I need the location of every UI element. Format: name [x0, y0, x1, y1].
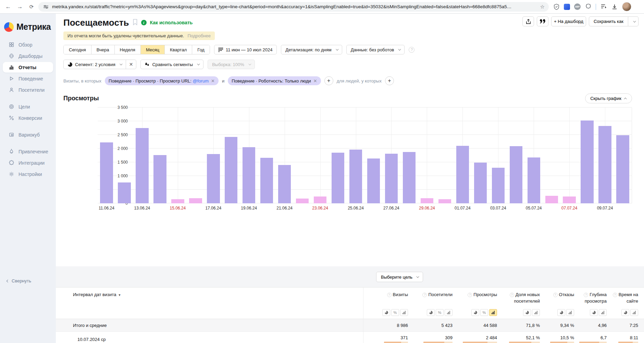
metric-header-label[interactable]: ?Посетители — [422, 292, 453, 298]
pie-toggle-icon[interactable] — [557, 309, 565, 316]
metric-header-label[interactable]: ?Визиты — [387, 292, 408, 298]
bars-toggle-icon[interactable] — [400, 309, 408, 316]
date-interval-header[interactable]: Интервал дат визита▼ — [73, 292, 121, 297]
comments-button[interactable] — [537, 16, 548, 26]
url-bar[interactable]: metrika.yandex.ru/stat/traffic?metric=ym… — [38, 2, 549, 12]
data-mode-dropdown[interactable]: Данные: без роботов — [346, 45, 405, 54]
bar-26.06.24[interactable] — [367, 158, 380, 203]
bar-24.06.24[interactable] — [332, 153, 344, 203]
bar-22.06.24[interactable] — [296, 199, 309, 203]
metric-help-icon[interactable]: ? — [387, 293, 392, 297]
extensions-puzzle-icon[interactable] — [585, 3, 592, 10]
bar-09.07.24[interactable] — [598, 126, 611, 203]
bar-25.06.24[interactable] — [349, 150, 362, 203]
collapse-sidebar-button[interactable]: Свернуть — [5, 278, 31, 283]
metric-header-label[interactable]: ?Отказы — [553, 292, 574, 298]
forward-icon[interactable]: → — [15, 2, 25, 12]
remove-chip-icon[interactable]: ✕ — [313, 78, 317, 84]
bars-toggle-icon[interactable] — [489, 309, 497, 316]
metric-help-icon[interactable]: ? — [584, 293, 588, 297]
bar-01.07.24[interactable] — [456, 146, 469, 203]
bar-28.06.24[interactable] — [403, 152, 416, 203]
site-settings-icon[interactable] — [42, 3, 49, 10]
bar-30.06.24[interactable] — [438, 199, 451, 203]
help-icon[interactable]: ? — [409, 47, 414, 53]
add-to-dashboard-button[interactable]: + На дашборд — [551, 16, 586, 26]
metric-help-icon[interactable]: ? — [422, 293, 427, 297]
percent-toggle-icon[interactable]: % — [480, 309, 488, 316]
table-row[interactable]: 10.07.2024 ср 3713092 48452,1 %10,5 %6,7… — [56, 331, 644, 343]
sampling-dropdown[interactable]: Выборка: 100% — [208, 60, 255, 69]
sidebar-item-visitors[interactable]: Посетители — [3, 85, 53, 95]
add-people-condition-button[interactable]: + — [385, 76, 394, 85]
shield-check-icon[interactable] — [553, 3, 560, 10]
sidebar-item-grid[interactable]: Обзор — [3, 39, 53, 50]
bars-toggle-icon[interactable] — [445, 309, 453, 316]
bars-toggle-icon[interactable] — [532, 309, 540, 316]
blue-extension-icon[interactable] — [564, 4, 570, 10]
sidebar-item-dashboards[interactable]: Дашборды — [3, 51, 53, 61]
hide-chart-button[interactable]: Скрыть график — [585, 93, 632, 103]
sidebar-item-integrations[interactable]: Интеграции — [3, 157, 53, 168]
back-icon[interactable]: ← — [3, 2, 13, 12]
export-button[interactable] — [522, 16, 534, 26]
bar-27.06.24[interactable] — [385, 154, 398, 203]
compare-segments-dropdown[interactable]: Сравнить сегменты — [140, 60, 203, 69]
pie-toggle-icon[interactable] — [590, 309, 598, 316]
period-button-год[interactable]: Год — [192, 45, 210, 54]
sidebar-item-reports[interactable]: Отчеты — [3, 62, 53, 73]
bar-29.06.24[interactable] — [421, 198, 433, 203]
bar-05.07.24[interactable] — [528, 157, 540, 203]
metric-header-label[interactable]: ?Просмотры — [468, 292, 497, 298]
period-button-вчера[interactable]: Вчера — [91, 45, 114, 54]
metric-header-label[interactable]: ?Доля новых посетителей — [500, 292, 540, 305]
bar-12.06.24[interactable] — [118, 182, 131, 203]
bar-19.06.24[interactable] — [243, 147, 255, 203]
bar-13.06.24[interactable] — [136, 128, 148, 203]
bar-21.06.24[interactable] — [278, 165, 291, 203]
profile-avatar[interactable] — [622, 2, 631, 11]
filter-chip-url[interactable]: Поведение · Просмотр · Просмотр URL: @fo… — [105, 76, 219, 85]
save-as-dropdown-button[interactable] — [628, 16, 639, 26]
select-goal-dropdown[interactable]: Выберите цель — [376, 272, 423, 282]
how-to-use-link[interactable]: Как использовать — [150, 20, 193, 25]
save-as-button[interactable]: Сохранить как — [589, 16, 628, 26]
sidebar-item-acquisition[interactable]: Привлечение — [3, 146, 53, 157]
pie-toggle-icon[interactable] — [523, 309, 531, 316]
pie-toggle-icon[interactable] — [471, 309, 479, 316]
sidebar-item-behavior[interactable]: Поведение — [3, 73, 53, 84]
bookmark-flag-icon[interactable] — [133, 19, 138, 27]
adblock-icon[interactable]: ABP — [574, 3, 581, 10]
bar-04.07.24[interactable] — [510, 146, 522, 203]
bar-20.06.24[interactable] — [260, 158, 273, 203]
sidebar-item-conversions[interactable]: Конверсии — [3, 113, 53, 123]
pie-toggle-icon[interactable] — [382, 309, 390, 316]
detalization-dropdown[interactable]: Детализация: по дням — [281, 45, 342, 54]
bar-14.06.24[interactable] — [153, 155, 166, 203]
period-button-сегодня[interactable]: Сегодня — [64, 45, 91, 54]
percent-toggle-icon[interactable]: % — [436, 309, 444, 316]
clear-segment-button[interactable]: ✕ — [126, 60, 136, 69]
bar-03.07.24[interactable] — [492, 168, 505, 203]
logo[interactable]: Метрика — [0, 14, 56, 32]
percent-toggle-icon[interactable]: % — [391, 309, 399, 316]
segment-dropdown[interactable]: Сегмент: 2 условия — [64, 60, 126, 69]
bar-23.06.24[interactable] — [314, 196, 326, 203]
bar-18.06.24[interactable] — [225, 137, 237, 203]
bar-10.07.24[interactable] — [616, 135, 629, 203]
bars-toggle-icon[interactable] — [566, 309, 574, 316]
bar-08.07.24[interactable] — [581, 120, 593, 203]
remove-chip-icon[interactable]: ✕ — [211, 78, 215, 84]
sidebar-item-variocube[interactable]: Вариокуб — [3, 129, 53, 140]
bars-toggle-icon[interactable] — [630, 309, 638, 316]
downloads-icon[interactable] — [611, 3, 618, 10]
sidebar-item-goals[interactable]: Цели — [3, 101, 53, 112]
bar-07.07.24[interactable] — [563, 196, 575, 203]
bookmark-star-icon[interactable]: ☆ — [540, 4, 545, 10]
period-button-месяц[interactable]: Месяц — [140, 45, 164, 54]
reload-icon[interactable]: ⟳ — [27, 2, 36, 12]
bar-16.06.24[interactable] — [189, 198, 202, 203]
pie-toggle-icon[interactable] — [427, 309, 435, 316]
metric-help-icon[interactable]: ? — [553, 293, 558, 297]
filter-chip-robots[interactable]: Поведение · Роботность: Только люди ✕ — [228, 76, 321, 85]
